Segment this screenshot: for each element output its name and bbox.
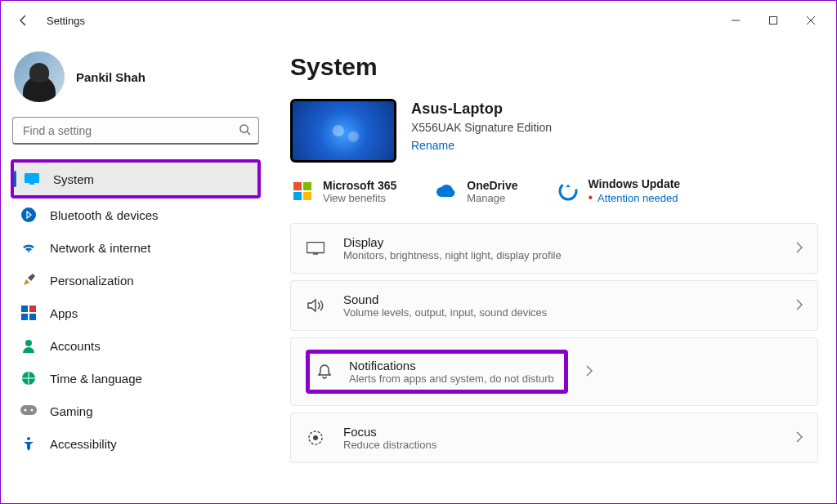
profile[interactable]: Pankil Shah: [11, 47, 261, 117]
device-info: Asus-Laptop X556UAK Signature Edition Re…: [411, 99, 552, 152]
display-icon: [306, 239, 325, 258]
sidebar-item-label: Accessibility: [50, 437, 117, 451]
card-sub: Monitors, brightness, night light, displ…: [343, 249, 778, 261]
sidebar-item-network[interactable]: Network & internet: [11, 231, 261, 264]
svg-point-14: [27, 437, 30, 440]
gamepad-icon: [20, 403, 37, 419]
svg-rect-0: [770, 17, 777, 25]
nav: System Bluetooth & devices Network & int…: [11, 159, 261, 460]
sidebar-item-label: Accounts: [50, 339, 101, 353]
device-model: X556UAK Signature Edition: [411, 121, 552, 134]
minimize-icon: [732, 16, 740, 25]
system-icon: [24, 171, 40, 187]
service-windows-update[interactable]: Windows Update Attention needed: [557, 177, 681, 205]
svg-rect-15: [293, 182, 302, 190]
svg-rect-20: [307, 243, 325, 253]
sidebar-item-label: Bluetooth & devices: [50, 208, 159, 222]
sidebar-item-label: Time & language: [50, 372, 142, 386]
sidebar: Pankil Shah System Bluetooth & devices N…: [1, 40, 271, 503]
chevron-right-icon: [796, 431, 803, 445]
sidebar-item-personalization[interactable]: Personalization: [11, 264, 261, 297]
device-name: Asus-Laptop: [411, 100, 552, 118]
maximize-icon: [769, 16, 777, 25]
card-sub: Volume levels, output, input, sound devi…: [343, 306, 778, 319]
card-display[interactable]: Display Monitors, brightness, night ligh…: [290, 223, 818, 274]
svg-rect-6: [29, 306, 36, 312]
sidebar-item-gaming[interactable]: Gaming: [11, 395, 261, 427]
svg-rect-5: [21, 306, 28, 312]
card-title: Notifications: [349, 359, 554, 372]
svg-rect-17: [293, 192, 302, 200]
search-icon: [239, 123, 251, 138]
sound-icon: [306, 296, 325, 315]
card-sound[interactable]: Sound Volume levels, output, input, soun…: [290, 280, 818, 331]
svg-rect-18: [303, 192, 311, 200]
bell-icon: [315, 362, 334, 381]
page-title: System: [290, 53, 818, 81]
brush-icon: [20, 272, 37, 288]
service-sub: Manage: [467, 192, 517, 204]
service-title: Microsoft 365: [323, 179, 396, 192]
services-row: Microsoft 365 View benefits OneDrive Man…: [290, 177, 818, 205]
sidebar-item-accessibility[interactable]: Accessibility: [11, 427, 261, 460]
svg-point-22: [313, 435, 318, 440]
focus-icon: [306, 428, 325, 448]
apps-icon: [20, 305, 37, 321]
chevron-right-icon: [796, 299, 803, 313]
search-input[interactable]: [12, 117, 259, 145]
chevron-right-icon: [796, 242, 803, 256]
avatar: [14, 51, 65, 102]
bluetooth-icon: [20, 207, 37, 223]
svg-point-12: [25, 409, 27, 412]
sidebar-item-label: Gaming: [50, 404, 93, 418]
card-sub: Alerts from apps and system, do not dist…: [349, 372, 554, 385]
card-title: Display: [343, 235, 778, 249]
svg-rect-8: [29, 314, 36, 320]
titlebar: Settings: [1, 1, 836, 40]
sidebar-item-label: System: [53, 172, 94, 186]
m365-icon: [292, 181, 313, 202]
card-focus[interactable]: Focus Reduce distractions: [290, 413, 818, 463]
globe-icon: [20, 370, 37, 386]
wifi-icon: [20, 239, 37, 256]
sidebar-item-apps[interactable]: Apps: [11, 297, 261, 329]
profile-name: Pankil Shah: [76, 70, 145, 84]
back-button[interactable]: [7, 4, 40, 37]
service-title: Windows Update: [589, 177, 681, 190]
svg-rect-11: [20, 405, 37, 415]
sidebar-item-system[interactable]: System: [14, 163, 257, 195]
highlight-notifications: Notifications Alerts from apps and syste…: [306, 350, 568, 394]
main-content: System Asus-Laptop X556UAK Signature Edi…: [271, 40, 836, 503]
window-title: Settings: [47, 15, 85, 27]
person-icon: [20, 337, 37, 354]
highlight-system: System: [11, 159, 261, 198]
close-button[interactable]: [792, 7, 830, 33]
maximize-button[interactable]: [754, 7, 792, 33]
device-thumbnail[interactable]: [290, 99, 396, 163]
accessibility-icon: [20, 435, 37, 452]
card-title: Focus: [343, 425, 778, 439]
chevron-right-icon: [586, 365, 593, 379]
sidebar-item-bluetooth[interactable]: Bluetooth & devices: [11, 198, 261, 231]
svg-rect-2: [25, 173, 39, 183]
service-m365[interactable]: Microsoft 365 View benefits: [292, 177, 396, 205]
card-sub: Reduce distractions: [343, 439, 778, 451]
service-sub: View benefits: [323, 192, 396, 204]
sidebar-item-time[interactable]: Time & language: [11, 362, 261, 395]
rename-link[interactable]: Rename: [411, 139, 552, 152]
arrow-left-icon: [17, 14, 30, 27]
service-sub: Attention needed: [589, 190, 681, 205]
sidebar-item-label: Network & internet: [50, 241, 150, 255]
sidebar-item-accounts[interactable]: Accounts: [11, 329, 261, 362]
update-icon: [557, 181, 579, 202]
onedrive-icon: [436, 181, 457, 202]
settings-cards: Display Monitors, brightness, night ligh…: [290, 223, 818, 463]
service-onedrive[interactable]: OneDrive Manage: [436, 177, 517, 205]
card-notifications[interactable]: Notifications Alerts from apps and syste…: [290, 337, 818, 406]
svg-rect-16: [303, 182, 311, 190]
card-title: Sound: [343, 292, 778, 306]
svg-rect-7: [21, 314, 28, 320]
sidebar-item-label: Apps: [50, 306, 78, 320]
window-controls: [717, 7, 830, 33]
minimize-button[interactable]: [717, 7, 754, 33]
